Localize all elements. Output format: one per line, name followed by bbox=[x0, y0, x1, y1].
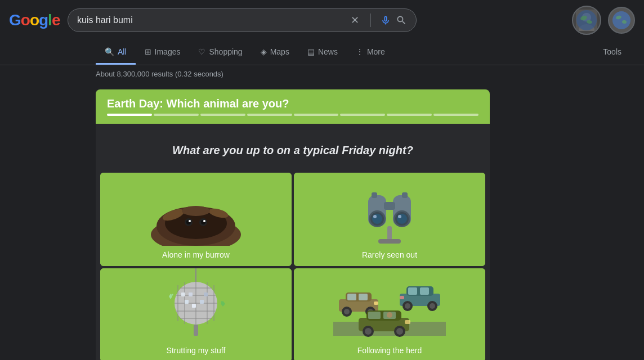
svg-point-70 bbox=[344, 309, 350, 314]
tab-images[interactable]: ⊞ Images bbox=[136, 40, 190, 65]
results-info: About 8,300,000 results (0.32 seconds) bbox=[0, 65, 644, 83]
progress-segment-5 bbox=[294, 114, 339, 116]
clear-search-button[interactable]: ✕ bbox=[348, 14, 361, 26]
tab-news-label: News bbox=[318, 47, 338, 56]
svg-rect-62 bbox=[194, 325, 198, 336]
quiz-header: Earth Day: Which animal are you? bbox=[96, 89, 490, 124]
news-icon: ▤ bbox=[307, 47, 315, 56]
tab-maps-label: Maps bbox=[270, 47, 289, 56]
svg-rect-26 bbox=[384, 202, 395, 210]
tab-more-label: More bbox=[367, 47, 385, 56]
progress-segment-8 bbox=[433, 114, 478, 116]
svg-rect-37 bbox=[387, 226, 392, 240]
header: Google ✕ bbox=[0, 0, 644, 40]
svg-rect-85 bbox=[368, 312, 381, 319]
svg-rect-36 bbox=[402, 192, 408, 198]
progress-segment-4 bbox=[247, 114, 292, 116]
quiz-title: Earth Day: Which animal are you? bbox=[107, 97, 478, 110]
svg-point-21 bbox=[189, 220, 191, 222]
quiz-option-binoculars[interactable]: Rarely seen out bbox=[294, 173, 485, 266]
images-icon: ⊞ bbox=[145, 47, 151, 56]
svg-rect-77 bbox=[420, 287, 429, 295]
svg-rect-73 bbox=[374, 302, 378, 305]
progress-segment-6 bbox=[340, 114, 385, 116]
svg-rect-55 bbox=[204, 292, 208, 296]
tab-news[interactable]: ▤ News bbox=[298, 40, 347, 65]
svg-rect-92 bbox=[405, 320, 410, 324]
svg-point-29 bbox=[372, 214, 382, 224]
search-divider bbox=[370, 14, 371, 27]
header-right bbox=[572, 6, 635, 35]
voice-search-button[interactable] bbox=[380, 15, 391, 26]
svg-point-79 bbox=[405, 303, 410, 309]
svg-point-81 bbox=[430, 303, 435, 309]
search-bar: ✕ bbox=[68, 8, 417, 32]
tools-button[interactable]: Tools bbox=[594, 43, 630, 62]
svg-point-7 bbox=[612, 11, 630, 29]
tab-all[interactable]: 🔍 All bbox=[96, 40, 136, 65]
shopping-icon: ♡ bbox=[198, 47, 205, 56]
more-icon: ⋮ bbox=[356, 47, 364, 56]
quiz-option-cars[interactable]: Following the herd bbox=[294, 268, 485, 360]
svg-rect-67 bbox=[347, 294, 356, 300]
avatar-secondary[interactable] bbox=[608, 7, 635, 34]
progress-segment-2 bbox=[154, 114, 199, 116]
svg-rect-82 bbox=[400, 296, 404, 299]
tab-maps[interactable]: ◈ Maps bbox=[252, 40, 298, 65]
quiz-body: What are you up to on a typical Friday n… bbox=[96, 124, 490, 360]
maps-icon: ◈ bbox=[261, 47, 267, 56]
svg-rect-35 bbox=[372, 192, 377, 198]
svg-rect-54 bbox=[192, 304, 196, 308]
svg-rect-53 bbox=[200, 300, 204, 304]
tab-all-label: All bbox=[118, 47, 127, 56]
svg-point-4 bbox=[576, 10, 597, 30]
svg-point-16 bbox=[182, 206, 210, 216]
cars-illustration bbox=[294, 268, 485, 341]
nav-tabs: 🔍 All ⊞ Images ♡ Shopping ◈ Maps ▤ News … bbox=[0, 40, 644, 65]
burrow-illustration bbox=[100, 173, 292, 246]
quiz-option-burrow[interactable]: Alone in my burrow bbox=[100, 173, 292, 266]
binoculars-illustration bbox=[294, 173, 485, 246]
option-disco-label: Strutting my stuff bbox=[100, 341, 292, 360]
google-logo[interactable]: Google bbox=[9, 11, 61, 29]
quiz-options: Alone in my burrow bbox=[96, 168, 490, 360]
tab-more[interactable]: ⋮ More bbox=[347, 40, 394, 65]
svg-point-34 bbox=[398, 215, 401, 218]
quiz-option-disco[interactable]: Strutting my stuff bbox=[100, 268, 292, 360]
svg-point-32 bbox=[397, 214, 407, 224]
svg-point-22 bbox=[203, 220, 205, 222]
svg-rect-56 bbox=[185, 300, 189, 304]
quiz-progress-bar bbox=[107, 114, 478, 116]
svg-rect-76 bbox=[408, 287, 417, 295]
svg-rect-68 bbox=[359, 294, 368, 300]
tab-shopping-label: Shopping bbox=[209, 47, 242, 56]
svg-rect-51 bbox=[181, 292, 185, 296]
results-count: About 8,300,000 results (0.32 seconds) bbox=[96, 70, 223, 78]
disco-illustration bbox=[100, 268, 292, 341]
svg-point-33 bbox=[373, 215, 377, 218]
option-cars-label: Following the herd bbox=[294, 341, 485, 360]
tab-images-label: Images bbox=[155, 47, 181, 56]
search-icon: 🔍 bbox=[105, 47, 114, 56]
avatar-primary[interactable] bbox=[572, 6, 601, 35]
progress-segment-1 bbox=[107, 114, 152, 116]
progress-segment-3 bbox=[200, 114, 245, 116]
svg-point-91 bbox=[396, 328, 403, 335]
svg-point-87 bbox=[387, 312, 392, 318]
option-burrow-label: Alone in my burrow bbox=[100, 246, 292, 266]
search-input[interactable] bbox=[77, 15, 344, 25]
svg-point-89 bbox=[365, 328, 372, 335]
quiz-question: What are you up to on a typical Friday n… bbox=[96, 124, 490, 168]
option-binoculars-label: Rarely seen out bbox=[294, 246, 485, 266]
search-button[interactable] bbox=[396, 15, 407, 26]
svg-rect-38 bbox=[378, 239, 401, 244]
tab-shopping[interactable]: ♡ Shopping bbox=[189, 40, 251, 65]
progress-segment-7 bbox=[387, 114, 432, 116]
quiz-widget: Earth Day: Which animal are you? What ar… bbox=[96, 89, 490, 360]
svg-rect-52 bbox=[189, 292, 193, 296]
